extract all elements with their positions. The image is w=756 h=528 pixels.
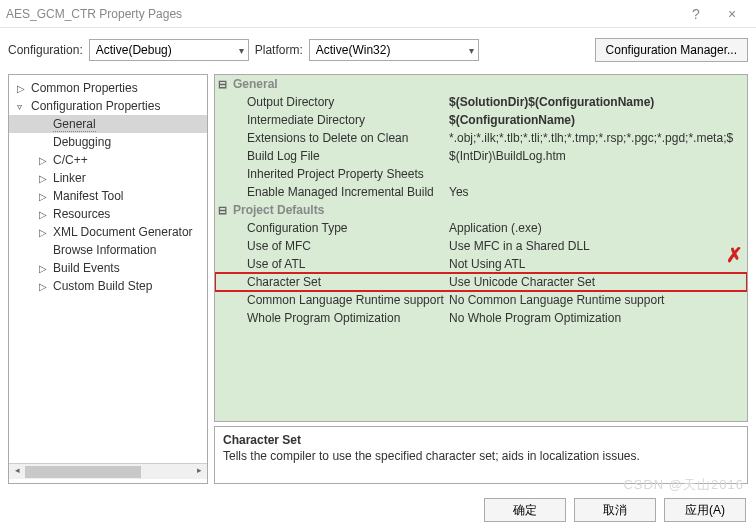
- property-value[interactable]: $(SolutionDir)$(ConfigurationName): [447, 95, 747, 109]
- property-name: Configuration Type: [229, 221, 447, 235]
- tree-item[interactable]: ▷Custom Build Step: [9, 277, 207, 295]
- platform-label: Platform:: [255, 43, 303, 57]
- property-name: Whole Program Optimization: [229, 311, 447, 325]
- tree-panel: ▷ Common Properties ▿ Configuration Prop…: [8, 74, 208, 484]
- property-value[interactable]: $(ConfigurationName): [447, 113, 747, 127]
- property-row[interactable]: Whole Program OptimizationNo Whole Progr…: [215, 309, 747, 327]
- property-value[interactable]: Use MFC in a Shared DLL: [447, 239, 747, 253]
- scroll-track[interactable]: [25, 465, 191, 479]
- window-title: AES_GCM_CTR Property Pages: [6, 7, 678, 21]
- tree-item-label: Build Events: [53, 261, 120, 275]
- tree-item-label: Browse Information: [53, 243, 156, 257]
- property-grid[interactable]: ⊟ General Output Directory$(SolutionDir)…: [214, 74, 748, 422]
- collapse-icon[interactable]: ⊟: [215, 78, 229, 91]
- collapse-icon[interactable]: ▿: [17, 101, 27, 112]
- close-button[interactable]: ×: [714, 6, 750, 22]
- property-name: Use of MFC: [229, 239, 447, 253]
- property-row[interactable]: Configuration TypeApplication (.exe): [215, 219, 747, 237]
- property-value[interactable]: *.obj;*.ilk;*.tlb;*.tli;*.tlh;*.tmp;*.rs…: [447, 131, 747, 145]
- expand-icon[interactable]: ▷: [17, 83, 27, 94]
- property-row[interactable]: Common Language Runtime supportNo Common…: [215, 291, 747, 309]
- apply-button[interactable]: 应用(A): [664, 498, 746, 522]
- configuration-label: Configuration:: [8, 43, 83, 57]
- tree-item-label: C/C++: [53, 153, 88, 167]
- property-value[interactable]: No Common Language Runtime support: [447, 293, 747, 307]
- expand-icon[interactable]: ▷: [39, 191, 49, 202]
- tree-root-common[interactable]: ▷ Common Properties: [9, 79, 207, 97]
- titlebar: AES_GCM_CTR Property Pages ? ×: [0, 0, 756, 28]
- tree-item-label: Linker: [53, 171, 86, 185]
- annotation-x-mark: ✗: [726, 243, 743, 267]
- tree-item[interactable]: ▷Build Events: [9, 259, 207, 277]
- property-value[interactable]: $(IntDir)\BuildLog.htm: [447, 149, 747, 163]
- section-project-defaults[interactable]: ⊟ Project Defaults: [215, 201, 747, 219]
- expand-icon[interactable]: ▷: [39, 281, 49, 292]
- platform-input[interactable]: [310, 40, 478, 60]
- configuration-manager-button[interactable]: Configuration Manager...: [595, 38, 748, 62]
- property-value[interactable]: No Whole Program Optimization: [447, 311, 747, 325]
- property-row[interactable]: Output Directory$(SolutionDir)$(Configur…: [215, 93, 747, 111]
- tree-item-label: Debugging: [53, 135, 111, 149]
- help-button[interactable]: ?: [678, 6, 714, 22]
- cancel-button[interactable]: 取消: [574, 498, 656, 522]
- platform-combo[interactable]: ▾: [309, 39, 479, 61]
- tree-item-label: XML Document Generator: [53, 225, 193, 239]
- tree-item[interactable]: General: [9, 115, 207, 133]
- configuration-input[interactable]: [90, 40, 248, 60]
- tree-item[interactable]: Browse Information: [9, 241, 207, 259]
- tree-item[interactable]: Debugging: [9, 133, 207, 151]
- description-title: Character Set: [223, 433, 739, 447]
- configuration-combo[interactable]: ▾: [89, 39, 249, 61]
- tree-item-label: Manifest Tool: [53, 189, 123, 203]
- tree-item[interactable]: ▷Linker: [9, 169, 207, 187]
- tree-item-label: General: [53, 117, 96, 132]
- collapse-icon[interactable]: ⊟: [215, 204, 229, 217]
- property-row[interactable]: Extensions to Delete on Clean*.obj;*.ilk…: [215, 129, 747, 147]
- property-name: Enable Managed Incremental Build: [229, 185, 447, 199]
- config-toolbar: Configuration: ▾ Platform: ▾ Configurati…: [0, 28, 756, 74]
- tree-item[interactable]: ▷Resources: [9, 205, 207, 223]
- expand-icon[interactable]: ▷: [39, 209, 49, 220]
- description-text: Tells the compiler to use the specified …: [223, 449, 739, 463]
- tree-item[interactable]: ▷XML Document Generator: [9, 223, 207, 241]
- property-name: Inherited Project Property Sheets: [229, 167, 447, 181]
- property-name: Character Set: [229, 275, 447, 289]
- description-panel: Character Set Tells the compiler to use …: [214, 426, 748, 484]
- tree-item[interactable]: ▷Manifest Tool: [9, 187, 207, 205]
- expand-icon[interactable]: ▷: [39, 263, 49, 274]
- property-name: Intermediate Directory: [229, 113, 447, 127]
- section-general[interactable]: ⊟ General: [215, 75, 747, 93]
- tree-root-config[interactable]: ▿ Configuration Properties: [9, 97, 207, 115]
- property-name: Build Log File: [229, 149, 447, 163]
- scroll-left-icon[interactable]: ◂: [9, 465, 25, 479]
- ok-button[interactable]: 确定: [484, 498, 566, 522]
- property-value[interactable]: Use Unicode Character Set: [447, 275, 747, 289]
- scroll-right-icon[interactable]: ▸: [191, 465, 207, 479]
- expand-icon[interactable]: ▷: [39, 173, 49, 184]
- property-value[interactable]: Not Using ATL: [447, 257, 747, 271]
- property-row[interactable]: Use of MFCUse MFC in a Shared DLL: [215, 237, 747, 255]
- tree-item-label: Resources: [53, 207, 110, 221]
- property-row[interactable]: Intermediate Directory$(ConfigurationNam…: [215, 111, 747, 129]
- scroll-thumb[interactable]: [25, 466, 141, 478]
- tree-item-label: Custom Build Step: [53, 279, 152, 293]
- dialog-buttons: 确定 取消 应用(A): [0, 490, 756, 528]
- tree-item[interactable]: ▷C/C++: [9, 151, 207, 169]
- property-value[interactable]: Application (.exe): [447, 221, 747, 235]
- property-name: Common Language Runtime support: [229, 293, 447, 307]
- property-row[interactable]: Build Log File$(IntDir)\BuildLog.htm: [215, 147, 747, 165]
- property-name: Output Directory: [229, 95, 447, 109]
- property-row[interactable]: Enable Managed Incremental BuildYes: [215, 183, 747, 201]
- expand-icon[interactable]: ▷: [39, 155, 49, 166]
- property-row[interactable]: Use of ATLNot Using ATL: [215, 255, 747, 273]
- expand-icon[interactable]: ▷: [39, 227, 49, 238]
- property-row[interactable]: Inherited Project Property Sheets: [215, 165, 747, 183]
- property-row[interactable]: Character SetUse Unicode Character Set: [215, 273, 747, 291]
- property-value[interactable]: Yes: [447, 185, 747, 199]
- property-name: Use of ATL: [229, 257, 447, 271]
- horizontal-scrollbar[interactable]: ◂ ▸: [9, 463, 207, 479]
- property-name: Extensions to Delete on Clean: [229, 131, 447, 145]
- tree[interactable]: ▷ Common Properties ▿ Configuration Prop…: [9, 79, 207, 463]
